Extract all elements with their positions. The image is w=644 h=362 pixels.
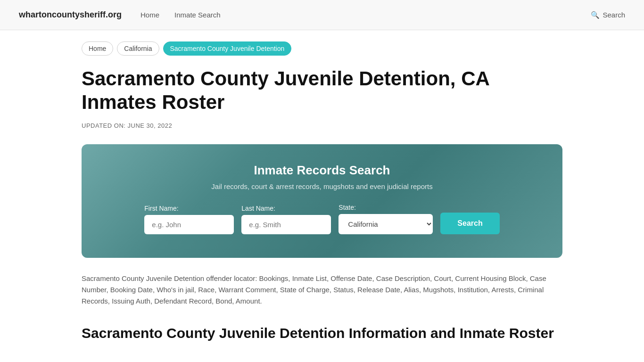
breadcrumb-current: Sacramento County Juvenile Detention — [163, 41, 292, 56]
first-name-label: First Name: — [144, 205, 178, 212]
breadcrumb: Home California Sacramento County Juveni… — [82, 41, 562, 56]
main-content: Home California Sacramento County Juveni… — [63, 30, 581, 361]
updated-date-value: JUNE 30, 2022 — [128, 122, 173, 129]
breadcrumb-california[interactable]: California — [117, 41, 159, 56]
search-card: Inmate Records Search Jail records, cour… — [82, 144, 562, 258]
first-name-input[interactable] — [144, 215, 234, 234]
last-name-group: Last Name: — [241, 205, 331, 234]
search-form: First Name: Last Name: State: AlabamaAla… — [110, 204, 534, 234]
first-name-group: First Name: — [144, 205, 234, 234]
state-group: State: AlabamaAlaskaArizonaArkansasCalif… — [339, 204, 433, 234]
nav-inmate-search[interactable]: Inmate Search — [174, 11, 221, 19]
last-name-label: Last Name: — [241, 205, 275, 212]
header-search-label: Search — [603, 11, 625, 19]
site-header: whartoncountysheriff.org Home Inmate Sea… — [0, 0, 644, 30]
nav-home[interactable]: Home — [140, 11, 159, 19]
description-text: Sacramento County Juvenile Detention off… — [82, 273, 562, 307]
state-label: State: — [339, 204, 356, 211]
search-card-subtitle: Jail records, court & arrest records, mu… — [110, 182, 534, 190]
updated-label: UPDATED ON: — [82, 122, 125, 129]
search-button[interactable]: Search — [440, 213, 499, 234]
section-heading: Sacramento County Juvenile Detention Inf… — [82, 324, 562, 342]
last-name-input[interactable] — [241, 215, 331, 234]
site-brand[interactable]: whartoncountysheriff.org — [19, 10, 122, 20]
header-search[interactable]: 🔍 Search — [591, 11, 625, 19]
search-icon: 🔍 — [591, 11, 600, 19]
main-nav: Home Inmate Search — [140, 11, 572, 19]
state-select[interactable]: AlabamaAlaskaArizonaArkansasCaliforniaCo… — [339, 214, 433, 234]
breadcrumb-home[interactable]: Home — [82, 41, 113, 56]
page-title: Sacramento County Juvenile Detention, CA… — [82, 67, 562, 115]
search-card-title: Inmate Records Search — [110, 163, 534, 178]
updated-date: UPDATED ON: JUNE 30, 2022 — [82, 122, 562, 129]
